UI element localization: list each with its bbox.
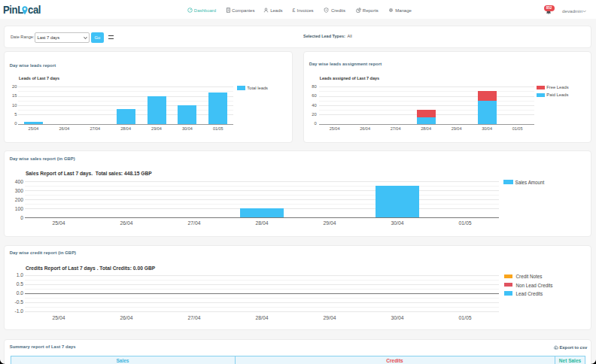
svg-text:£: £ <box>293 8 296 13</box>
